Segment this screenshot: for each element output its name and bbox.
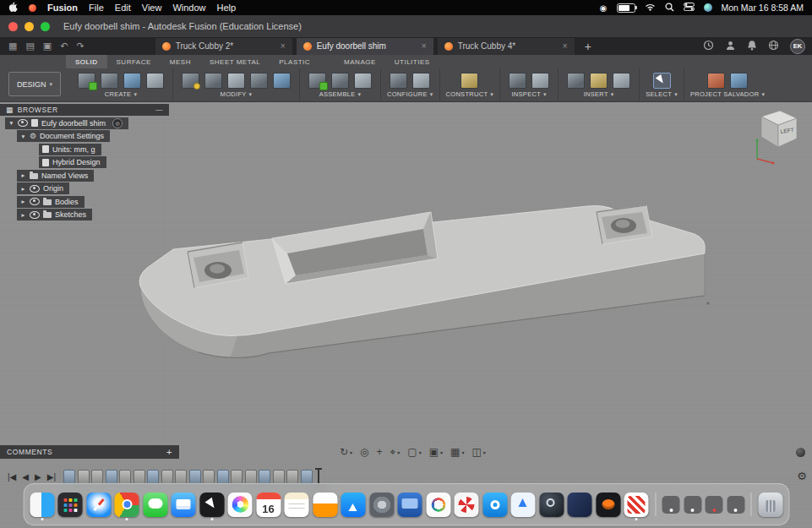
save-icon[interactable]: ▣ bbox=[43, 41, 52, 52]
timeline-feature-icon[interactable] bbox=[189, 470, 201, 484]
timeline-go-end-button[interactable]: ▶| bbox=[47, 472, 56, 482]
offset-face-icon[interactable] bbox=[273, 73, 291, 89]
grid-snaps-icon[interactable]: ▦▾ bbox=[450, 446, 464, 458]
visibility-eye-icon[interactable] bbox=[30, 211, 40, 219]
dock-icon-safari[interactable] bbox=[86, 493, 111, 517]
dock-minimized-window[interactable] bbox=[727, 496, 744, 514]
ribbon-tab-utilities[interactable]: UTILITIES bbox=[385, 55, 439, 68]
look-at-icon[interactable]: ◎ bbox=[360, 446, 368, 458]
create-form-icon[interactable] bbox=[101, 73, 118, 89]
tab-eufy-doorbell-shim[interactable]: Eufy doorbell shim × bbox=[297, 37, 433, 55]
ribbon-tab-plastic[interactable]: PLASTIC bbox=[270, 55, 319, 68]
menu-help[interactable]: Help bbox=[217, 3, 237, 13]
dock-icon-system-settings[interactable] bbox=[369, 493, 394, 517]
insert-mesh-icon[interactable] bbox=[613, 73, 630, 89]
dock-icon-steam[interactable] bbox=[539, 493, 564, 517]
select-cursor-icon[interactable] bbox=[653, 73, 671, 89]
menu-window[interactable]: Window bbox=[172, 3, 205, 13]
browser-header[interactable]: ▦ BROWSER — bbox=[0, 104, 169, 116]
timeline-feature-icon[interactable] bbox=[203, 470, 215, 484]
close-tab-icon[interactable]: × bbox=[422, 41, 427, 51]
job-status-icon[interactable] bbox=[703, 39, 714, 54]
timeline-feature-icon[interactable] bbox=[147, 470, 159, 484]
browser-row-bodies[interactable]: ▸ Bodies bbox=[17, 196, 84, 208]
timeline-feature-icon[interactable] bbox=[259, 470, 270, 484]
menubar-app-name[interactable]: Fusion bbox=[47, 3, 78, 13]
tree-caret-icon[interactable]: ▾ bbox=[20, 133, 26, 140]
visibility-eye-icon[interactable] bbox=[18, 119, 28, 127]
timeline-feature-icon[interactable] bbox=[273, 470, 285, 484]
timeline-feature-icon[interactable] bbox=[217, 470, 229, 484]
user-avatar[interactable]: EK bbox=[790, 39, 805, 54]
timeline-go-start-button[interactable]: |◀ bbox=[8, 472, 16, 482]
dock-icon-chrome[interactable] bbox=[115, 493, 139, 517]
zoom-window-button[interactable] bbox=[41, 22, 50, 31]
workspace-selector[interactable]: DESIGN ▾ bbox=[8, 72, 61, 96]
dock-icon-white-ring-app[interactable] bbox=[426, 493, 450, 517]
close-window-button[interactable] bbox=[8, 22, 18, 31]
browser-row-document[interactable]: ▾ Eufy doorbelll shim ◎ bbox=[5, 117, 128, 129]
dock-icon-display-app[interactable] bbox=[398, 493, 422, 517]
timeline-feature-icon[interactable] bbox=[161, 470, 173, 484]
pan-icon[interactable]: + bbox=[377, 446, 383, 458]
tab-truck-cubby-2[interactable]: Truck Cubby 2* × bbox=[155, 37, 292, 55]
browser-collapse-button[interactable]: — bbox=[155, 106, 163, 114]
new-tab-button[interactable]: + bbox=[585, 40, 591, 53]
show-data-panel-icon[interactable]: ▦ bbox=[8, 41, 17, 52]
rigid-group-icon[interactable] bbox=[354, 73, 372, 89]
tab-truck-cubby-4[interactable]: Truck Cubby 4* × bbox=[438, 37, 575, 55]
display-settings-icon[interactable]: ▣▾ bbox=[429, 446, 443, 458]
dock-icon-finder[interactable] bbox=[30, 493, 54, 517]
dock-icon-calendar[interactable]: 16 bbox=[256, 493, 281, 517]
decal-icon[interactable] bbox=[590, 73, 608, 89]
wifi-icon[interactable] bbox=[645, 3, 656, 13]
dock-icon-pointer-app[interactable] bbox=[199, 493, 224, 517]
dock-icon-music[interactable] bbox=[313, 493, 337, 517]
tree-caret-icon[interactable]: ▸ bbox=[20, 171, 26, 179]
fit-icon[interactable]: ▢▾ bbox=[407, 446, 421, 458]
combine-icon[interactable] bbox=[250, 73, 268, 89]
create-sketch-icon[interactable] bbox=[78, 73, 95, 89]
dock-icon-messages[interactable] bbox=[143, 493, 167, 517]
visibility-eye-icon[interactable] bbox=[30, 198, 40, 205]
new-component-icon[interactable] bbox=[308, 73, 326, 89]
timeline-settings-gear-icon[interactable]: ⚙ bbox=[797, 471, 807, 482]
control-center-icon[interactable] bbox=[684, 3, 695, 13]
browser-row-named-views[interactable]: ▸ Named Views bbox=[17, 170, 94, 182]
tree-caret-icon[interactable]: ▸ bbox=[20, 185, 26, 193]
extrude-icon[interactable] bbox=[123, 73, 141, 89]
orbit-icon[interactable]: ↻▾ bbox=[340, 446, 352, 458]
configuration-icon[interactable] bbox=[390, 73, 407, 89]
fillet-icon[interactable] bbox=[204, 73, 222, 89]
help-globe-icon[interactable] bbox=[768, 39, 779, 54]
add-comment-button[interactable]: + bbox=[166, 447, 172, 457]
dock-icon-drop-app[interactable] bbox=[511, 493, 536, 517]
menubar-clock[interactable]: Mon Mar 16 8:58 AM bbox=[722, 3, 804, 13]
ribbon-tab-mesh[interactable]: MESH bbox=[161, 55, 200, 68]
navigation-orb-icon[interactable] bbox=[796, 448, 805, 457]
timeline-feature-icon[interactable] bbox=[245, 470, 257, 484]
viewports-icon[interactable]: ◫▾ bbox=[471, 446, 485, 458]
dock-minimized-window[interactable] bbox=[706, 496, 723, 514]
timeline-feature-icon[interactable] bbox=[286, 470, 298, 484]
browser-row-sketches[interactable]: ▸ Sketches bbox=[17, 209, 92, 220]
timeline-feature-icon[interactable] bbox=[106, 470, 117, 484]
browser-row-units[interactable]: Units: mm, g bbox=[39, 144, 101, 155]
dock-icon-navy-app[interactable] bbox=[568, 493, 592, 517]
press-pull-icon[interactable] bbox=[182, 73, 199, 89]
shell-icon[interactable] bbox=[227, 73, 245, 89]
tree-caret-icon[interactable]: ▸ bbox=[20, 198, 26, 205]
viewport-3d[interactable]: LEFT ▦ BROWSER — ▾ Eufy doorbelll shim ◎… bbox=[0, 101, 812, 528]
ribbon-tab-solid[interactable]: SOLID bbox=[66, 55, 107, 68]
timeline-feature-icon[interactable] bbox=[119, 470, 131, 484]
spotlight-search-icon[interactable] bbox=[665, 3, 674, 14]
dock-icon-mail[interactable] bbox=[172, 493, 196, 517]
timeline-feature-icon[interactable] bbox=[78, 470, 90, 484]
dock-icon-notes[interactable] bbox=[285, 493, 309, 517]
timeline-feature-icon[interactable] bbox=[301, 470, 313, 484]
dock-minimized-window[interactable] bbox=[684, 496, 701, 514]
dock-minimized-window[interactable] bbox=[662, 496, 680, 514]
timeline-feature-icon[interactable] bbox=[63, 470, 75, 484]
project-salvador-icon-b[interactable] bbox=[730, 73, 748, 89]
dock-icon-fusion[interactable] bbox=[624, 493, 649, 517]
